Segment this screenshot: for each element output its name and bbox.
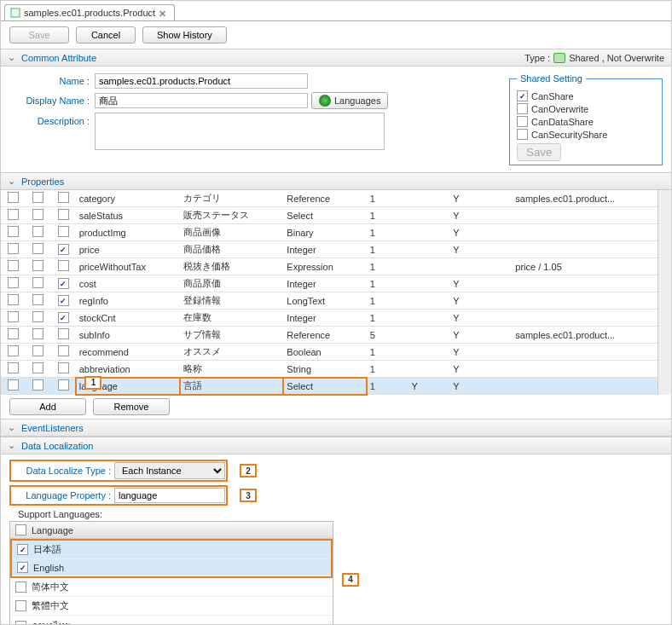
row-checkbox-2[interactable]	[32, 328, 43, 339]
section-common-attribute[interactable]: ⌄ Common Attribute Type : Shared , Not O…	[1, 49, 671, 67]
table-row[interactable]: price商品価格Integer1Y	[1, 241, 658, 258]
table-row[interactable]: recommendオススメBoolean1Y	[1, 344, 658, 361]
row-checkbox-3[interactable]	[58, 295, 69, 306]
language-row[interactable]: 日本語	[12, 541, 331, 559]
property-multiplicity: 1	[367, 275, 408, 292]
editor-tab[interactable]: samples.ec01.products.Product ✕	[4, 4, 175, 20]
language-row[interactable]: English	[12, 559, 331, 576]
property-display: 商品画像	[180, 224, 284, 241]
language-label: 简体中文	[32, 581, 69, 593]
property-extra	[512, 224, 658, 241]
row-checkbox-1[interactable]	[8, 294, 19, 305]
row-checkbox-3[interactable]	[58, 345, 69, 356]
row-checkbox-2[interactable]	[32, 311, 43, 322]
canoverwrite-checkbox[interactable]	[517, 103, 528, 114]
row-checkbox-1[interactable]	[8, 243, 19, 254]
table-row[interactable]: priceWithoutTax税抜き価格Expression1price / 1…	[1, 258, 658, 275]
table-row[interactable]: categoryカテゴリReference1Ysamples.ec01.prod…	[1, 190, 658, 207]
row-checkbox-2[interactable]	[32, 345, 43, 356]
candatashare-checkbox[interactable]	[517, 116, 528, 127]
row-checkbox-1[interactable]	[8, 192, 19, 203]
property-multiplicity: 1	[367, 241, 408, 258]
row-checkbox-1[interactable]	[8, 379, 19, 391]
row-checkbox-2[interactable]	[32, 379, 43, 391]
row-checkbox-1[interactable]	[8, 226, 19, 237]
property-flag1	[408, 207, 450, 224]
row-checkbox-1[interactable]	[8, 362, 19, 373]
name-field[interactable]	[95, 73, 308, 89]
remove-button[interactable]: Remove	[93, 398, 170, 415]
row-checkbox-3[interactable]	[58, 260, 69, 271]
close-icon[interactable]: ✕	[159, 9, 167, 17]
row-checkbox-3[interactable]	[58, 278, 69, 289]
table-row[interactable]: productImg商品画像Binary1Y	[1, 224, 658, 241]
row-checkbox-3[interactable]	[58, 226, 69, 237]
display-name-field[interactable]	[95, 93, 308, 108]
save-button[interactable]: Save	[9, 26, 69, 43]
row-checkbox-1[interactable]	[8, 260, 19, 271]
property-flag2: Y	[449, 378, 512, 395]
cancel-button[interactable]: Cancel	[76, 26, 136, 43]
canshare-checkbox[interactable]	[517, 90, 528, 101]
property-flag2	[449, 258, 512, 275]
row-checkbox-2[interactable]	[32, 294, 43, 305]
add-button[interactable]: Add	[9, 398, 86, 415]
table-row[interactable]: cost商品原価Integer1Y	[1, 275, 658, 292]
row-checkbox-2[interactable]	[32, 192, 43, 203]
table-row[interactable]: stockCnt在庫数Integer1Y	[1, 310, 658, 327]
shared-save-button[interactable]: Save	[517, 143, 561, 161]
row-checkbox-1[interactable]	[8, 328, 19, 339]
scrollbar[interactable]	[658, 190, 671, 395]
row-checkbox-2[interactable]	[32, 277, 43, 288]
history-button[interactable]: Show History	[142, 26, 227, 43]
table-row[interactable]: abbreviation略称String1Y	[1, 361, 658, 378]
languages-button[interactable]: Languages	[311, 92, 388, 109]
language-row[interactable]: ภาษาไทย	[10, 616, 333, 625]
row-checkbox-3[interactable]	[58, 362, 69, 373]
description-field[interactable]	[95, 113, 385, 150]
row-checkbox-3[interactable]	[58, 328, 69, 339]
row-checkbox-2[interactable]	[32, 260, 43, 271]
select-all-checkbox[interactable]	[15, 524, 26, 535]
language-row[interactable]: 简体中文	[10, 578, 333, 597]
row-checkbox-3[interactable]	[58, 209, 69, 220]
row-checkbox-1[interactable]	[8, 311, 19, 322]
row-checkbox-2[interactable]	[32, 243, 43, 254]
cansecurityshare-checkbox[interactable]	[517, 129, 528, 140]
row-checkbox-3[interactable]	[58, 192, 69, 203]
callout-2: 2	[240, 464, 257, 477]
row-checkbox-2[interactable]	[32, 226, 43, 237]
shared-icon	[553, 53, 565, 63]
section-properties[interactable]: ⌄ Properties	[1, 172, 671, 190]
language-property-field[interactable]	[114, 488, 225, 503]
property-extra	[512, 378, 658, 395]
row-checkbox-2[interactable]	[32, 209, 43, 220]
row-checkbox-3[interactable]	[58, 244, 69, 255]
property-type: Reference	[283, 190, 366, 207]
localize-type-select[interactable]: Each Instance	[114, 462, 225, 479]
language-checkbox[interactable]	[15, 600, 26, 611]
property-multiplicity: 1	[367, 292, 408, 310]
row-checkbox-1[interactable]	[8, 345, 19, 356]
property-type: Binary	[283, 224, 366, 241]
row-checkbox-1[interactable]	[8, 277, 19, 288]
property-flag2: Y	[449, 344, 512, 361]
property-extra	[512, 292, 658, 310]
row-checkbox-3[interactable]	[58, 379, 69, 391]
language-checkbox[interactable]	[15, 582, 26, 593]
property-display: オススメ	[180, 344, 284, 361]
language-checkbox[interactable]	[17, 562, 28, 573]
section-data-localization[interactable]: ⌄ Data Localization	[1, 437, 671, 454]
row-checkbox-1[interactable]	[8, 209, 19, 220]
section-eventlisteners[interactable]: ⌄ EventListeners	[1, 419, 671, 437]
language-row[interactable]: 繁體中文	[10, 597, 333, 616]
table-row[interactable]: saleStatus販売ステータスSelect1Y	[1, 207, 658, 224]
language-checkbox[interactable]	[15, 621, 26, 626]
table-row[interactable]: subInfoサブ情報Reference5Ysamples.ec01.produ…	[1, 327, 658, 344]
property-name: recommend	[76, 344, 180, 361]
row-checkbox-3[interactable]	[58, 312, 69, 323]
language-checkbox[interactable]	[17, 544, 28, 555]
table-row[interactable]: regInfo登録情報LongText1Y	[1, 292, 658, 310]
language-label: English	[33, 563, 64, 573]
row-checkbox-2[interactable]	[32, 362, 43, 373]
